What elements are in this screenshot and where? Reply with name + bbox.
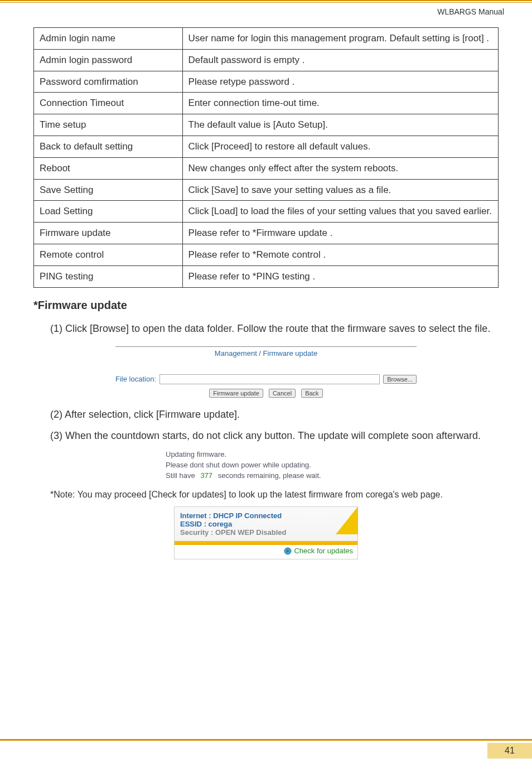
updating-l3-pre: Still have xyxy=(166,471,195,480)
setting-name: Time setup xyxy=(34,114,183,136)
updating-l3-post: seconds remaining, please wait. xyxy=(218,471,321,480)
status-essid-value: : corega xyxy=(204,520,233,528)
page-content: Admin login nameUser name for login this… xyxy=(0,16,532,559)
setting-name: Back to default setting xyxy=(34,136,183,157)
setting-name: Remote control xyxy=(34,244,183,265)
note-check-for-updates: *Note: You may proceed [Check for update… xyxy=(50,489,482,501)
table-row: Save SettingClick [Save] to save your se… xyxy=(34,179,499,201)
setting-name: Reboot xyxy=(34,157,183,179)
setting-description: Default password is empty . xyxy=(182,49,498,71)
check-for-updates-link[interactable]: Check for updates xyxy=(284,547,353,555)
doc-header: WLBARGS Manual xyxy=(0,3,532,16)
top-rule xyxy=(0,0,532,1)
setting-description: Enter connection time-out time. xyxy=(182,93,498,114)
setting-description: Please refer to *Firmware update . xyxy=(182,223,498,244)
status-essid-label: ESSID xyxy=(180,520,202,528)
firmware-update-button[interactable]: Firmware update xyxy=(209,389,263,398)
status-internet-value: : DHCP IP Connected xyxy=(209,511,282,520)
updating-line-1: Updating firmware. xyxy=(166,450,366,458)
setting-name: Firmware update xyxy=(34,223,183,244)
setting-name: Save Setting xyxy=(34,179,183,201)
step-2: (2) After selection, click [Firmware upd… xyxy=(50,408,499,421)
setting-description: Click [Save] to save your setting values… xyxy=(182,179,498,201)
file-location-label: File location: xyxy=(115,375,156,383)
setting-description: User name for login this management prog… xyxy=(182,28,498,50)
setting-description: Please refer to *PING testing . xyxy=(182,265,498,287)
setting-name: Admin login name xyxy=(34,28,183,50)
table-row: Password comfirmationPlease retype passw… xyxy=(34,71,499,93)
setting-description: Please retype password . xyxy=(182,71,498,93)
status-internet-label: Internet xyxy=(180,511,207,520)
setting-name: PING testing xyxy=(34,265,183,287)
table-row: Back to default settingClick [Proceed] t… xyxy=(34,136,499,157)
page-number: 41 xyxy=(487,743,532,759)
setting-description: Click [Proceed] to restore all default v… xyxy=(182,136,498,157)
table-row: Remote controlPlease refer to *Remote co… xyxy=(34,244,499,265)
setting-name: Load Setting xyxy=(34,201,183,223)
file-location-input[interactable] xyxy=(159,374,380,384)
step-3: (3) When the countdown starts, do not cl… xyxy=(50,429,499,442)
step-1: (1) Click [Browse] to open the data fold… xyxy=(50,322,499,335)
panel-breadcrumb: Management / Firmware update xyxy=(115,349,417,358)
setting-name: Admin login password xyxy=(34,49,183,71)
setting-name: Password comfirmation xyxy=(34,71,183,93)
footer-rule xyxy=(0,739,532,741)
table-row: Time setupThe default value is [Auto Set… xyxy=(34,114,499,136)
status-internet: Internet : DHCP IP Connected xyxy=(180,511,352,520)
table-row: Admin login passwordDefault password is … xyxy=(34,49,499,71)
check-for-updates-label: Check for updates xyxy=(294,547,353,555)
setting-description: Please refer to *Remote control . xyxy=(182,244,498,265)
updating-line-3: Still have 377 seconds remaining, please… xyxy=(166,471,366,480)
section-title-firmware-update: *Firmware update xyxy=(33,299,499,312)
table-row: Admin login nameUser name for login this… xyxy=(34,28,499,50)
status-widget: Internet : DHCP IP Connected ESSID : cor… xyxy=(174,506,358,559)
status-security-label: Security xyxy=(180,528,209,537)
table-row: Connection TimeoutEnter connection time-… xyxy=(34,93,499,114)
setting-description: The default value is [Auto Setup]. xyxy=(182,114,498,136)
table-row: PING testingPlease refer to *PING testin… xyxy=(34,265,499,287)
refresh-arrow-icon xyxy=(284,547,292,555)
cancel-button[interactable]: Cancel xyxy=(269,389,296,398)
back-button[interactable]: Back xyxy=(301,389,322,398)
setting-description: New changes only effect after the system… xyxy=(182,157,498,179)
updating-countdown-seconds: 377 xyxy=(200,471,212,480)
status-essid: ESSID : corega xyxy=(180,520,352,528)
browse-button[interactable]: Browse... xyxy=(383,375,417,384)
status-security-value: : OPEN WEP Disabled xyxy=(211,528,287,537)
status-security: Security : OPEN WEP Disabled xyxy=(180,528,352,537)
firmware-update-panel: Management / Firmware update File locati… xyxy=(115,343,417,398)
table-row: RebootNew changes only effect after the … xyxy=(34,157,499,179)
table-row: Load SettingClick [Load] to load the fil… xyxy=(34,201,499,223)
updating-firmware-panel: Updating firmware. Please dont shut down… xyxy=(166,450,366,480)
updating-line-2: Please dont shut down power while updati… xyxy=(166,461,366,469)
setting-description: Click [Load] to load the files of your s… xyxy=(182,201,498,223)
table-row: Firmware updatePlease refer to *Firmware… xyxy=(34,223,499,244)
settings-description-table: Admin login nameUser name for login this… xyxy=(33,27,499,288)
setting-name: Connection Timeout xyxy=(34,93,183,114)
panel-divider xyxy=(115,346,417,347)
